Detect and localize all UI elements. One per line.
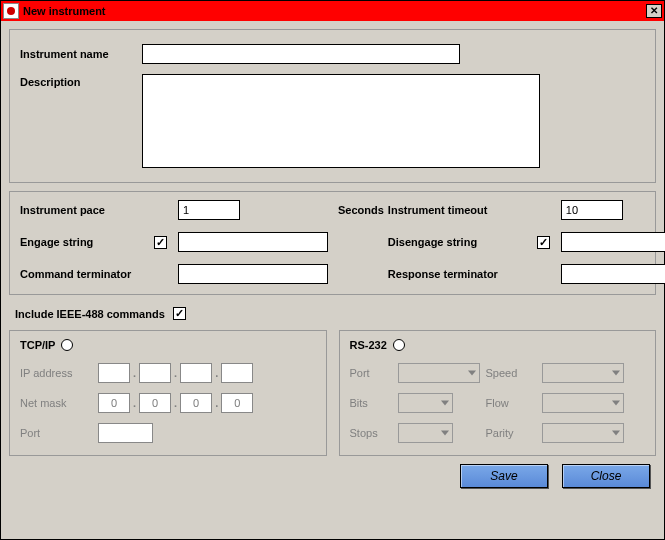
ieee-checkbox[interactable]: [173, 307, 186, 320]
rs-stops-label: Stops: [350, 427, 392, 439]
timeout-input[interactable]: [561, 200, 623, 220]
ip-octet-4[interactable]: [221, 363, 253, 383]
mask-field: . . .: [98, 393, 316, 413]
rs-speed-combo[interactable]: [542, 363, 624, 383]
close-button[interactable]: Close: [562, 464, 650, 488]
panel-timing: Instrument pace Seconds Instrument timeo…: [9, 191, 656, 295]
rs-stops-combo[interactable]: [398, 423, 453, 443]
ieee-row: Include IEEE-488 commands: [9, 303, 656, 330]
svg-point-0: [7, 7, 15, 15]
ip-octet-1[interactable]: [98, 363, 130, 383]
content: Instrument name Description Instrument p…: [1, 21, 664, 539]
ip-field: . . .: [98, 363, 316, 383]
respterm-label: Response terminator: [388, 268, 557, 280]
window-title: New instrument: [23, 5, 646, 17]
cmdterm-input[interactable]: [178, 264, 328, 284]
cmdterm-label: Command terminator: [20, 268, 174, 280]
description-input[interactable]: [142, 74, 540, 168]
rs-port-combo[interactable]: [398, 363, 480, 383]
engage-input[interactable]: [178, 232, 328, 252]
ieee-label: Include IEEE-488 commands: [15, 308, 165, 320]
description-label: Description: [20, 74, 142, 88]
tcpip-header: TCP/IP: [20, 339, 55, 351]
rs-flow-combo[interactable]: [542, 393, 624, 413]
rs-parity-label: Parity: [486, 427, 536, 439]
tcpip-radio[interactable]: [61, 339, 73, 351]
timeout-label: Instrument timeout: [388, 204, 533, 216]
panel-general: Instrument name Description: [9, 29, 656, 183]
disengage-label: Disengage string: [388, 236, 533, 248]
rs-bits-combo[interactable]: [398, 393, 453, 413]
mask-octet-4[interactable]: [221, 393, 253, 413]
disengage-checkbox[interactable]: [537, 236, 550, 249]
ip-octet-3[interactable]: [180, 363, 212, 383]
mask-octet-1[interactable]: [98, 393, 130, 413]
rs-bits-label: Bits: [350, 397, 392, 409]
instrument-name-input[interactable]: [142, 44, 460, 64]
titlebar: New instrument ✕: [1, 1, 664, 21]
ip-octet-2[interactable]: [139, 363, 171, 383]
engage-label: Engage string: [20, 236, 150, 248]
instrument-name-label: Instrument name: [20, 48, 142, 60]
rs232-radio[interactable]: [393, 339, 405, 351]
rs-port-label: Port: [350, 367, 392, 379]
rs-speed-label: Speed: [486, 367, 536, 379]
mask-octet-3[interactable]: [180, 393, 212, 413]
panel-tcpip: TCP/IP IP address . . . Net mask . .: [9, 330, 327, 456]
engage-checkbox[interactable]: [154, 236, 167, 249]
connection-row: TCP/IP IP address . . . Net mask . .: [9, 330, 656, 456]
pace-units: Seconds: [332, 204, 384, 216]
pace-label: Instrument pace: [20, 204, 150, 216]
tcp-port-input[interactable]: [98, 423, 153, 443]
ip-label: IP address: [20, 367, 98, 379]
respterm-input[interactable]: [561, 264, 665, 284]
button-row: Save Close: [9, 456, 656, 492]
rs-flow-label: Flow: [486, 397, 536, 409]
pace-input[interactable]: [178, 200, 240, 220]
rs-parity-combo[interactable]: [542, 423, 624, 443]
rs232-header: RS-232: [350, 339, 387, 351]
window-close-button[interactable]: ✕: [646, 4, 662, 18]
disengage-input[interactable]: [561, 232, 665, 252]
mask-octet-2[interactable]: [139, 393, 171, 413]
app-icon: [3, 3, 19, 19]
panel-rs232: RS-232 Port Speed Bits Flow Stops Parity: [339, 330, 657, 456]
save-button[interactable]: Save: [460, 464, 548, 488]
window: New instrument ✕ Instrument name Descrip…: [0, 0, 665, 540]
mask-label: Net mask: [20, 397, 98, 409]
tcp-port-label: Port: [20, 427, 98, 439]
